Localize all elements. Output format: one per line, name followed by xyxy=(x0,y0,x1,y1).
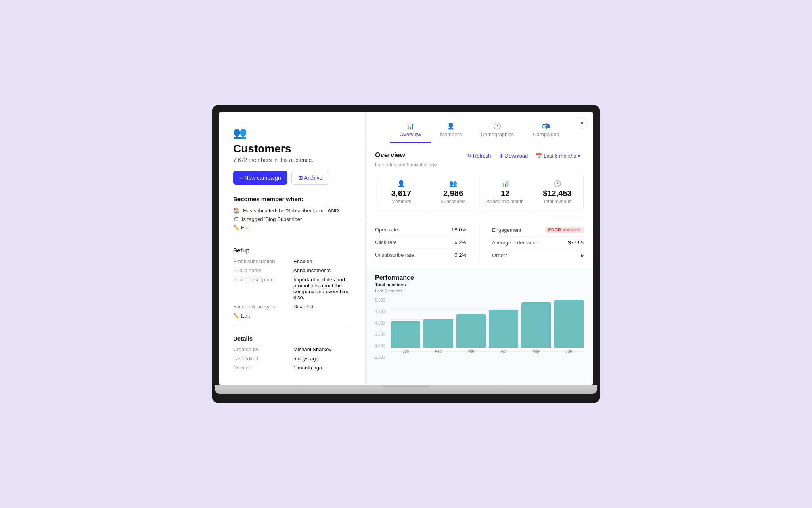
chevron-down-icon: ▾ xyxy=(578,153,580,159)
tab-overview[interactable]: 📊 Overview xyxy=(390,118,431,143)
members-count: 3,617 xyxy=(382,189,421,198)
condition-1-text: Has submitted the 'Subscriber form' xyxy=(243,208,324,214)
performance-title: Performance xyxy=(375,274,584,281)
bar-mar xyxy=(456,314,486,348)
subscribers-label: Subscribers xyxy=(434,199,473,204)
email-sub-value: Enabled xyxy=(293,258,351,264)
bar-item-may: May xyxy=(521,302,551,354)
bar-feb xyxy=(423,319,453,348)
archive-button[interactable]: ⊞ Archive xyxy=(291,171,329,185)
becomes-member-heading: Becomes member when: xyxy=(233,196,351,202)
bar-label-jan: Jan xyxy=(402,349,409,354)
bar-label-may: May xyxy=(532,349,540,354)
refresh-icon: ↻ xyxy=(467,153,471,159)
screen-inner: 👥 Customers 7,672 members in this audien… xyxy=(219,112,593,385)
and-label: AND xyxy=(327,208,339,214)
metrics-left: Open rate 68.0% Click rate 6.2% Unsubscr… xyxy=(375,223,479,262)
open-rate-label: Open rate xyxy=(375,227,398,233)
tab-demographics[interactable]: 🕐 Demographics xyxy=(471,118,523,143)
bar-item-feb: Feb xyxy=(423,319,453,354)
engagement-row: Engagement POOR ★★☆☆☆ xyxy=(492,223,584,237)
created-by-value: Michael Sharkey xyxy=(293,346,351,352)
laptop-base xyxy=(215,385,597,394)
stat-members: 👤 3,617 Members xyxy=(375,174,427,210)
tab-campaigns-label: Campaigns xyxy=(533,131,559,137)
bar-chart-container: 5,000 4,500 4,000 3,500 3,000 2,500 xyxy=(375,298,584,360)
added-count: 12 xyxy=(486,189,525,198)
unsub-rate-row: Unsubscribe rate 0.2% xyxy=(375,249,466,261)
added-label: Added this month xyxy=(486,199,525,204)
bar-label-mar: Mar xyxy=(467,349,474,354)
orders-row: Orders 9 xyxy=(492,249,584,262)
details-grid: Created by Michael Sharkey Last edited 5… xyxy=(233,346,351,371)
y-label-2500: 2,500 xyxy=(375,355,385,360)
orders-value: 9 xyxy=(581,252,584,258)
page-title: Customers xyxy=(233,142,351,155)
laptop-notch xyxy=(382,385,430,388)
created-by-label: Created by xyxy=(233,346,289,352)
becomes-member-edit[interactable]: ✏️ Edit xyxy=(233,225,351,231)
stat-subscribers: 👥 2,986 Subscribers xyxy=(427,174,479,210)
condition-2: 🏷 Is tagged 'Blog Subscriber xyxy=(233,216,351,222)
stat-revenue: 🕐 $12,453 Total revenue xyxy=(531,174,583,210)
action-buttons: + New campaign ⊞ Archive xyxy=(233,171,351,185)
customers-icon: 👥 xyxy=(233,126,351,139)
unsub-rate-value: 0.2% xyxy=(454,252,466,258)
download-icon: ⬇ xyxy=(499,153,504,159)
metrics-grid: Open rate 68.0% Click rate 6.2% Unsubscr… xyxy=(375,223,584,262)
divider-2 xyxy=(233,327,351,327)
overview-header: Overview ↻ Refresh ⬇ Download 📅 xyxy=(375,151,584,160)
edit-icon: ✏️ xyxy=(233,225,239,231)
refresh-button[interactable]: ↻ Refresh xyxy=(464,151,494,160)
open-rate-value: 68.0% xyxy=(452,227,466,233)
setup-heading: Setup xyxy=(233,247,351,254)
engagement-badge: POOR ★★☆☆☆ xyxy=(545,227,584,233)
download-button[interactable]: ⬇ Download xyxy=(496,151,531,160)
unsub-rate-label: Unsubscribe rate xyxy=(375,252,414,258)
revenue-label: Total revenue xyxy=(538,199,577,204)
fb-sync-label: Facebook ad sync xyxy=(233,304,289,310)
metrics-section: Open rate 68.0% Click rate 6.2% Unsubscr… xyxy=(366,217,593,268)
revenue-stat-icon: 🕐 xyxy=(538,180,577,187)
overview-actions: ↻ Refresh ⬇ Download 📅 Last 6 months ▾ xyxy=(464,151,584,160)
bar-jun xyxy=(554,300,584,348)
click-rate-row: Click rate 6.2% xyxy=(375,236,466,249)
aov-label: Average order value xyxy=(492,240,538,246)
members-icon: 👤 xyxy=(447,122,455,130)
bar-jan xyxy=(391,321,420,348)
bar-may xyxy=(521,302,551,348)
public-name-value: Announcements xyxy=(293,267,351,273)
members-stat-icon: 👤 xyxy=(382,180,421,187)
email-sub-label: Email subscription xyxy=(233,258,289,264)
bar-item-mar: Mar xyxy=(456,314,486,354)
divider-1 xyxy=(233,239,351,239)
performance-subtitle: Total members xyxy=(375,282,584,287)
setup-edit[interactable]: ✏️ Edit xyxy=(233,313,351,319)
bar-item-jan: Jan xyxy=(391,321,420,354)
edit-icon-2: ✏️ xyxy=(233,313,239,319)
click-rate-value: 6.2% xyxy=(454,239,466,245)
fb-sync-value: Disabled xyxy=(293,304,351,310)
stats-grid: 👤 3,617 Members 👥 2,986 Subscribers 📊 12 xyxy=(375,174,584,210)
aov-row: Average order value $77.65 xyxy=(492,237,584,249)
member-count: 7,672 members in this audience. xyxy=(233,157,351,163)
poor-label: POOR xyxy=(548,227,561,232)
details-heading: Details xyxy=(233,335,351,342)
tab-campaigns[interactable]: 📬 Campaigns xyxy=(523,118,569,143)
condition-1: 🏠 Has submitted the 'Subscriber form' AN… xyxy=(233,207,351,214)
bar-chart: JanFebMarAprMayJun xyxy=(375,298,584,354)
tab-demographics-label: Demographics xyxy=(481,131,514,137)
open-rate-row: Open rate 68.0% xyxy=(375,223,466,236)
new-campaign-button[interactable]: + New campaign xyxy=(233,171,287,185)
time-filter[interactable]: 📅 Last 6 months ▾ xyxy=(532,151,584,160)
metrics-right: Engagement POOR ★★☆☆☆ Average order valu… xyxy=(479,223,584,262)
tag-icon: 🏷 xyxy=(233,216,239,222)
public-name-label: Public name xyxy=(233,267,289,273)
subscribers-stat-icon: 👥 xyxy=(434,180,473,187)
right-panel: × 📊 Overview 👤 Members 🕐 Demographics xyxy=(366,112,593,385)
engagement-label: Engagement xyxy=(492,227,521,233)
stars: ★★☆☆☆ xyxy=(563,228,580,232)
tab-members[interactable]: 👤 Members xyxy=(431,118,471,143)
overview-title: Overview xyxy=(375,151,405,159)
close-button[interactable]: × xyxy=(576,117,588,129)
